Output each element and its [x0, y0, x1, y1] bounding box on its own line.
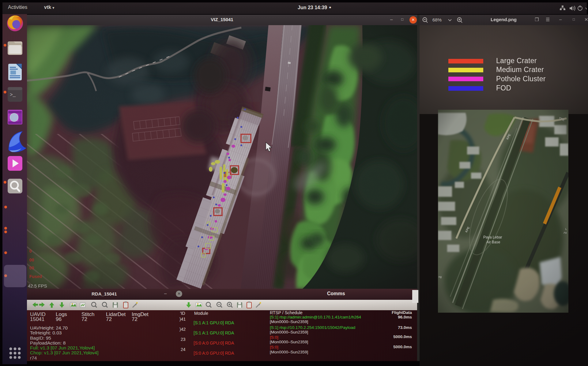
svg-text:00: 00 — [29, 265, 34, 270]
svg-text:00: 00 — [29, 257, 34, 262]
svg-text:0: 0 — [29, 249, 32, 254]
svg-text:42.5 FPS: 42.5 FPS — [28, 283, 47, 288]
svg-text:>_: >_ — [10, 92, 16, 98]
svg-text:Fused: Fused — [29, 274, 42, 279]
